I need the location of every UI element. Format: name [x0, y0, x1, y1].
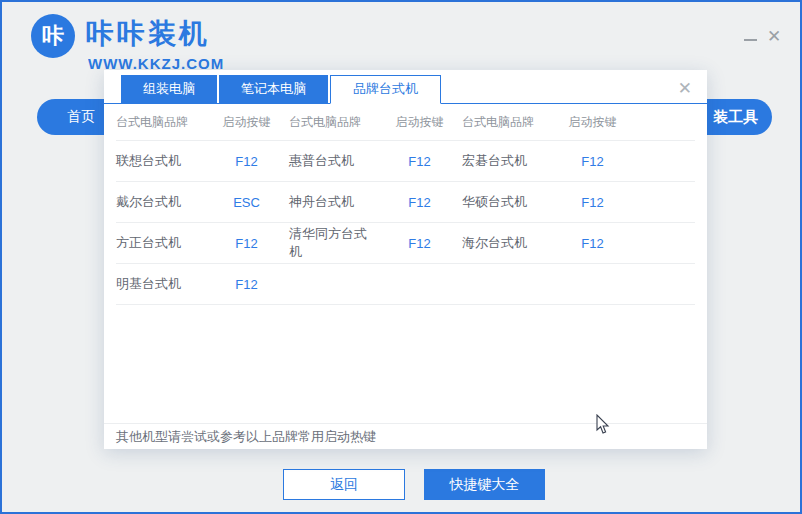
- brand-cell: 联想台式机: [116, 152, 204, 170]
- app-subtitle: WWW.KKZJ.COM: [88, 54, 224, 69]
- brand-cell: 惠普台式机: [289, 152, 377, 170]
- app-logo: 咔: [31, 14, 75, 58]
- logo-glyph: 咔: [42, 21, 64, 51]
- note-text: 其他机型请尝试或参考以上品牌常用启动热键: [116, 428, 376, 446]
- brand-cell: 宏碁台式机: [462, 152, 550, 170]
- table-header-row: 台式电脑品牌 启动按键 台式电脑品牌 启动按键 台式电脑品牌 启动按键: [116, 104, 695, 140]
- brand-cell: 清华同方台式机: [289, 225, 377, 261]
- key-cell: ESC: [204, 195, 289, 210]
- window-close-icon[interactable]: ✕: [767, 28, 781, 45]
- tab-assembled-pc[interactable]: 组装电脑: [121, 75, 217, 103]
- tab-brand-desktop[interactable]: 品牌台式机: [330, 75, 441, 104]
- key-cell: F12: [550, 236, 635, 251]
- key-cell: F12: [377, 195, 462, 210]
- dialog-close-icon[interactable]: ✕: [678, 80, 692, 97]
- dialog-tabbar: 组装电脑 笔记本电脑 品牌台式机: [104, 75, 707, 104]
- col-header: 台式电脑品牌: [289, 114, 377, 131]
- nav-tool-label: 装工具: [713, 108, 758, 127]
- col-header: 台式电脑品牌: [462, 114, 550, 131]
- col-header: 启动按键: [377, 114, 462, 131]
- table-row: 联想台式机 F12 惠普台式机 F12 宏碁台式机 F12: [116, 140, 695, 181]
- key-cell: F12: [377, 236, 462, 251]
- app-title: 咔咔装机: [86, 15, 210, 53]
- minimize-icon[interactable]: [744, 39, 757, 41]
- hotkeys-button[interactable]: 快捷键大全: [424, 469, 545, 500]
- brand-cell: 华硕台式机: [462, 193, 550, 211]
- app-window: 咔 咔咔装机 WWW.KKZJ.COM ✕ 首页 装工具 组装电脑 笔记本电脑 …: [0, 0, 802, 514]
- table-row: 戴尔台式机 ESC 神舟台式机 F12 华硕台式机 F12: [116, 181, 695, 222]
- nav-home-label: 首页: [67, 108, 95, 126]
- key-cell: F12: [204, 236, 289, 251]
- col-header: 启动按键: [204, 114, 289, 131]
- key-cell: F12: [550, 154, 635, 169]
- note-bar: 其他机型请尝试或参考以上品牌常用启动热键: [104, 423, 707, 449]
- tab-laptop[interactable]: 笔记本电脑: [219, 75, 328, 103]
- brand-cell: 方正台式机: [116, 234, 204, 252]
- brand-cell: 海尔台式机: [462, 234, 550, 252]
- key-cell: F12: [204, 277, 289, 292]
- hotkey-table: 台式电脑品牌 启动按键 台式电脑品牌 启动按键 台式电脑品牌 启动按键 联想台式…: [116, 104, 695, 305]
- col-header: 台式电脑品牌: [116, 114, 204, 131]
- back-button[interactable]: 返回: [283, 469, 405, 500]
- key-cell: F12: [204, 154, 289, 169]
- table-row: 明基台式机 F12: [116, 263, 695, 305]
- boot-hotkey-dialog: 组装电脑 笔记本电脑 品牌台式机 ✕ 台式电脑品牌 启动按键 台式电脑品牌 启动…: [104, 70, 707, 449]
- key-cell: F12: [377, 154, 462, 169]
- brand-cell: 戴尔台式机: [116, 193, 204, 211]
- brand-cell: 神舟台式机: [289, 193, 377, 211]
- key-cell: F12: [550, 195, 635, 210]
- col-header: 启动按键: [550, 114, 635, 131]
- table-row: 方正台式机 F12 清华同方台式机 F12 海尔台式机 F12: [116, 222, 695, 263]
- brand-cell: 明基台式机: [116, 275, 204, 293]
